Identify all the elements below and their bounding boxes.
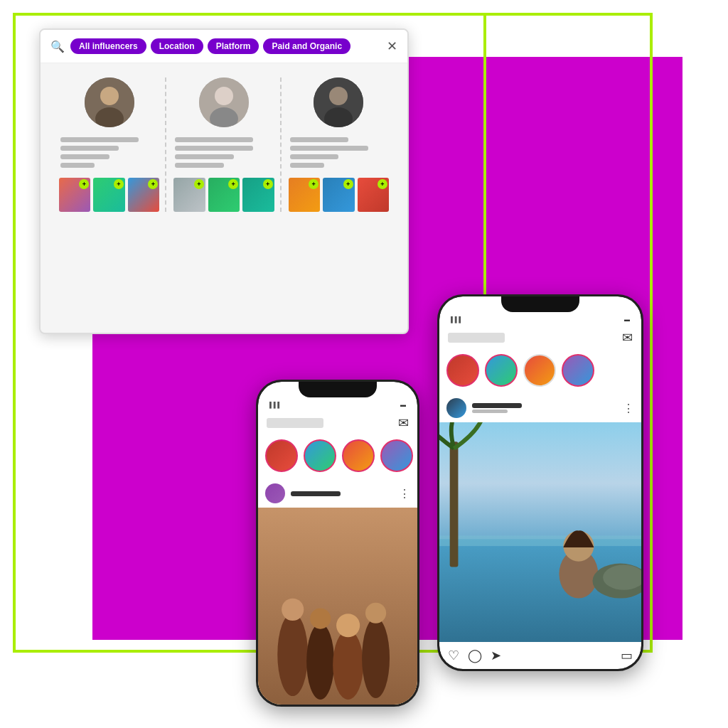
photo-row-1: + + + [58, 178, 161, 212]
phone-screen-right: ▌▌▌ ▬ ✉ ⋮ [439, 296, 641, 669]
text-line [290, 146, 368, 151]
story-avatar-r1[interactable] [446, 354, 479, 387]
close-button[interactable]: ✕ [387, 38, 397, 54]
photo-thumb[interactable]: + [59, 178, 90, 212]
avatar-3 [314, 77, 363, 127]
insta-logo-right [448, 333, 505, 343]
post-username-right [472, 403, 522, 408]
battery-icon: ▬ [400, 402, 406, 408]
story-avatar[interactable] [342, 439, 375, 472]
text-line [60, 163, 95, 168]
text-line [175, 154, 233, 159]
influencer-col-1: + + + [52, 77, 166, 212]
svg-point-12 [282, 599, 304, 621]
svg-point-7 [329, 87, 348, 105]
svg-rect-22 [450, 441, 459, 567]
add-photo-btn[interactable]: + [194, 179, 204, 189]
bookmark-icon[interactable]: ▭ [621, 648, 633, 663]
story-avatar[interactable] [304, 439, 336, 472]
phone-left: ▌▌▌ ▬ ✉ ⋮ [256, 380, 419, 707]
stories-row-right [439, 351, 641, 394]
post-image-left [258, 508, 417, 705]
post-avatar-left [265, 483, 285, 503]
svg-point-16 [336, 614, 360, 637]
photo-thumb[interactable]: + [323, 178, 354, 212]
status-icons-left: ▬ [400, 402, 406, 408]
influencer-col-2: + + + [166, 77, 281, 212]
more-options-right[interactable]: ⋮ [623, 402, 634, 415]
add-photo-btn[interactable]: + [114, 179, 124, 189]
filter-tags: All influencers Location Platform Paid a… [70, 38, 381, 54]
photo-thumb[interactable]: + [358, 178, 389, 212]
text-lines-3 [287, 137, 390, 168]
phone-right: ▌▌▌ ▬ ✉ ⋮ [437, 294, 643, 671]
messenger-icon-left[interactable]: ✉ [398, 415, 409, 431]
more-options-left[interactable]: ⋮ [399, 487, 410, 500]
photo-thumb[interactable]: + [93, 178, 124, 212]
svg-point-18 [365, 603, 386, 623]
search-bar: 🔍 All influencers Location Platform Paid… [41, 30, 407, 63]
signal-icon: ▌▌▌ [269, 402, 282, 408]
comment-icon[interactable]: ◯ [468, 648, 482, 663]
battery-icon-right: ▬ [624, 316, 630, 323]
post-header-left: ⋮ [258, 479, 417, 508]
like-icon[interactable]: ♡ [448, 648, 459, 663]
stories-row-left [258, 437, 417, 479]
filter-all-influencers[interactable]: All influencers [70, 38, 146, 54]
signal-icon-right: ▌▌▌ [451, 316, 463, 323]
filter-platform[interactable]: Platform [208, 38, 259, 54]
add-photo-btn[interactable]: + [79, 179, 89, 189]
text-line [60, 146, 119, 151]
svg-point-11 [277, 613, 308, 696]
share-icon[interactable]: ➤ [491, 648, 501, 663]
svg-point-17 [362, 618, 390, 698]
add-photo-btn[interactable]: + [263, 179, 273, 189]
text-line [175, 163, 224, 168]
photo-thumb[interactable]: + [208, 178, 240, 212]
text-line [290, 163, 324, 168]
photo-thumb[interactable]: + [173, 178, 205, 212]
phone-screen-left: ▌▌▌ ▬ ✉ ⋮ [258, 382, 417, 705]
svg-rect-21 [439, 535, 641, 546]
insta-logo-left [267, 418, 323, 428]
svg-point-13 [306, 623, 334, 700]
add-photo-btn[interactable]: + [148, 179, 158, 189]
insta-header-right: ✉ [439, 327, 641, 351]
post-username-block-right [472, 403, 617, 413]
filter-location[interactable]: Location [151, 38, 203, 54]
add-photo-btn[interactable]: + [378, 179, 387, 189]
post-header-right: ⋮ [439, 394, 641, 422]
text-line [290, 137, 348, 142]
photo-thumb[interactable]: + [128, 178, 159, 212]
story-avatar-r4[interactable] [562, 354, 594, 387]
phone-notch-right [501, 296, 579, 312]
post-image-right [439, 422, 641, 642]
search-icon: 🔍 [50, 40, 65, 53]
influencer-col-3: + + + [282, 77, 396, 212]
photo-thumb[interactable]: + [289, 178, 320, 212]
photo-row-2: + + + [172, 178, 275, 212]
story-avatar-r3[interactable] [523, 354, 556, 387]
status-icons-right: ▬ [624, 316, 630, 323]
text-lines-2 [172, 137, 275, 168]
story-avatar-r2[interactable] [485, 354, 518, 387]
story-avatar[interactable] [265, 439, 298, 472]
add-photo-btn[interactable]: + [228, 179, 238, 189]
photo-thumb[interactable]: + [242, 178, 274, 212]
avatar-1 [85, 77, 134, 127]
add-photo-btn[interactable]: + [309, 179, 318, 189]
influencer-grid: + + + [41, 63, 407, 226]
story-avatar[interactable] [380, 439, 413, 472]
add-photo-btn[interactable]: + [343, 179, 353, 189]
post-username-left [291, 491, 341, 496]
post-username-sub-right [472, 410, 508, 413]
svg-point-4 [215, 87, 233, 105]
text-line [60, 154, 109, 159]
filter-paid-organic[interactable]: Paid and Organic [263, 38, 350, 54]
svg-rect-19 [439, 422, 641, 553]
post-actions-right: ♡ ◯ ➤ ▭ [439, 642, 641, 669]
text-lines-1 [58, 137, 161, 168]
text-line [175, 137, 253, 142]
messenger-icon-right[interactable]: ✉ [622, 330, 633, 346]
photo-row-3: + + + [287, 178, 390, 212]
